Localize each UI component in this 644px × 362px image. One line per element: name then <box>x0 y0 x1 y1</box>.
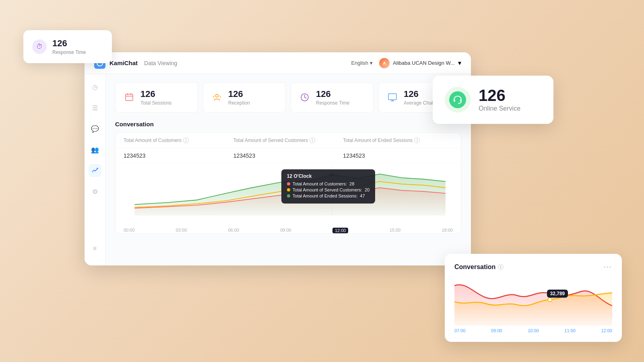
response-number: 126 <box>52 38 86 49</box>
response-stat-main: 126 Response Time <box>316 89 349 106</box>
user-name-label: Alibaba UCAN Design W... <box>393 60 455 66</box>
annotation-dot <box>548 298 552 302</box>
response-label-main: Response Time <box>316 100 349 106</box>
main-content: 126 Total Sessions 126 Reception <box>105 74 471 265</box>
conversation-chart: 12 O'Clock Total Amount of Customers: 28… <box>116 163 461 228</box>
sidebar-item-menu[interactable]: ≡ <box>89 242 101 255</box>
avatar: A <box>379 58 390 68</box>
sessions-stat: 126 Total Sessions <box>140 89 171 106</box>
svg-rect-2 <box>126 94 133 101</box>
service-stat: 126 Online Service <box>479 87 520 112</box>
info-icon-served: i <box>310 138 315 143</box>
main-dashboard: KamiChat Data Viewing English ▾ A Alibab… <box>85 52 471 265</box>
info-icon-float-conv: i <box>498 264 504 270</box>
float-x-labels: 07:00 09:00 10:00 11:00 12:00 <box>454 326 612 333</box>
response-icon <box>298 91 311 104</box>
response-stat: 126 Response Time <box>52 38 86 55</box>
page-title: Data Viewing <box>144 60 177 66</box>
sidebar-item-settings[interactable]: ⚙ <box>89 185 101 198</box>
stat-card-response: 126 Response Time <box>291 82 374 113</box>
active-time-label: 12:00 <box>332 228 349 233</box>
float-response-card: ⏱ 126 Response Time <box>23 30 112 63</box>
svg-rect-8 <box>388 94 396 100</box>
chart-x-labels: 00:00 03:00 06:00 09:00 12:00 15:00 18:0… <box>116 228 461 233</box>
chevron-down-icon: ▾ <box>370 60 373 66</box>
sessions-icon <box>123 91 136 104</box>
chevron-down-icon-user: ▾ <box>458 59 461 67</box>
float-service-card: 126 Online Service <box>433 76 553 124</box>
green-dot <box>330 173 333 176</box>
float-conv-header: Conversation i ··· <box>454 263 612 271</box>
sidebar-item-chat[interactable]: 💬 <box>89 122 101 135</box>
headset-icon <box>449 91 466 108</box>
language-selector[interactable]: English ▾ <box>351 60 373 66</box>
conversation-card: Total Amount of Customers i Total Amount… <box>115 132 461 234</box>
reception-icon <box>211 91 223 104</box>
service-number: 126 <box>479 87 520 103</box>
sidebar: ◷ ☰ 💬 👥 ⚙ ≡ <box>85 74 105 265</box>
sidebar-bottom: ≡ <box>89 242 101 259</box>
svg-point-1 <box>97 168 98 169</box>
sidebar-item-list[interactable]: ☰ <box>89 101 101 114</box>
col-header-customers: Total Amount of Customers i <box>124 138 233 143</box>
float-chart-area: 32,789 <box>454 278 612 326</box>
reception-label: Reception <box>228 100 250 106</box>
info-icon-customers: i <box>183 138 189 143</box>
three-dots-menu[interactable]: ··· <box>604 263 612 271</box>
conv-header-row: Total Amount of Customers i Total Amount… <box>116 133 461 148</box>
float-conv-card: Conversation i ··· <box>445 254 622 342</box>
brand-name: KamiChat <box>109 60 138 66</box>
response-label: Response Time <box>52 49 86 55</box>
info-icon-ended: i <box>414 138 420 143</box>
header: KamiChat Data Viewing English ▾ A Alibab… <box>85 52 471 74</box>
svg-rect-11 <box>454 99 455 102</box>
float-conv-title: Conversation i <box>454 263 504 271</box>
data-served: 1234523 <box>233 152 343 159</box>
service-label: Online Service <box>479 105 520 112</box>
response-time-icon: ⏱ <box>32 39 47 54</box>
sessions-label: Total Sessions <box>140 100 171 106</box>
svg-point-13 <box>458 103 460 104</box>
stat-card-reception: 126 Reception <box>203 82 286 113</box>
svg-rect-12 <box>460 99 462 102</box>
sidebar-item-clock[interactable]: ◷ <box>89 80 101 93</box>
stat-card-sessions: 126 Total Sessions <box>115 82 198 113</box>
reception-number: 126 <box>228 89 250 99</box>
float-chart-svg <box>454 278 612 326</box>
main-layout: ◷ ☰ 💬 👥 ⚙ ≡ 126 Tota <box>85 74 471 265</box>
user-menu[interactable]: A Alibaba UCAN Design W... ▾ <box>379 58 461 68</box>
annotation-label: 32,789 <box>547 290 568 298</box>
service-icon-circle <box>445 87 471 113</box>
chart-svg <box>124 167 453 216</box>
sidebar-item-users[interactable]: 👥 <box>89 143 101 156</box>
header-right: English ▾ A Alibaba UCAN Design W... ▾ <box>351 58 461 68</box>
conv-data-row: 1234523 1234523 1234523 <box>116 148 461 163</box>
response-number-main: 126 <box>316 89 349 99</box>
sidebar-item-chart[interactable] <box>89 164 101 177</box>
col-header-ended: Total Amount of Ended Sessions i <box>343 138 453 143</box>
data-customers: 1234523 <box>124 152 233 159</box>
reception-stat: 126 Reception <box>228 89 250 106</box>
conversation-title: Conversation <box>115 121 461 128</box>
chat-time-icon <box>386 91 399 104</box>
sessions-number: 126 <box>140 89 171 99</box>
stats-row: 126 Total Sessions 126 Reception <box>115 82 461 113</box>
red-dot <box>330 187 333 190</box>
col-header-served: Total Amount of Served Customers i <box>233 138 343 143</box>
svg-point-6 <box>216 95 219 97</box>
data-ended: 1234523 <box>343 152 453 159</box>
yellow-dot <box>330 183 333 185</box>
